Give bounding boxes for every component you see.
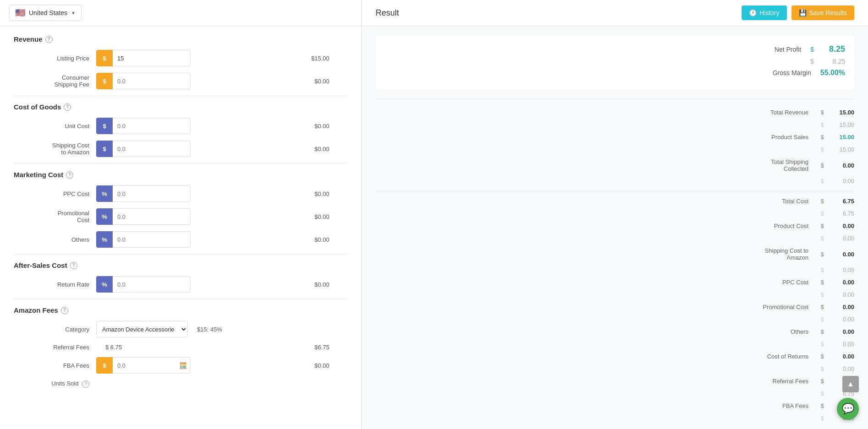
net-profit-secondary: 8.25 [818, 58, 845, 65]
product-cost-secondary: 0.00 [827, 235, 854, 242]
ppc-cost-input-group: % [96, 185, 191, 202]
consumer-shipping-input-group: $ [96, 73, 191, 89]
listing-price-input-group: $ [96, 50, 191, 66]
gross-margin-label: Gross Margin [385, 69, 820, 76]
country-flag-icon: 🇺🇸 [15, 8, 25, 18]
consumer-shipping-display: $0.00 [293, 78, 348, 85]
revenue-section-title: Revenue ? [14, 35, 348, 43]
ppc-cost-result-label: PPC Cost [376, 279, 818, 286]
net-profit-value: 8.25 [818, 44, 845, 54]
total-cost-row: Total Cost $ 6.75 [376, 195, 854, 207]
scroll-top-button[interactable]: ▲ [842, 376, 859, 392]
after-sales-help-icon[interactable]: ? [70, 262, 77, 269]
shipping-cost-amazon-result-row: Shipping Cost to Amazon $ 0.00 [376, 244, 854, 264]
fba-fees-label: FBA Fees [14, 362, 96, 369]
revenue-help-icon[interactable]: ? [45, 36, 53, 43]
return-rate-prefix: % [96, 276, 113, 293]
consumer-shipping-label: Consumer Shipping Fee [14, 74, 96, 88]
marketing-cost-help-icon[interactable]: ? [66, 171, 73, 179]
gross-margin-value: 55.00% [820, 69, 845, 77]
result-table: Total Revenue $ 15.00 $ 15.00 Product Sa… [376, 106, 854, 424]
promotional-cost-label: Promotional Cost [14, 210, 96, 223]
save-results-button[interactable]: 💾 Save Results [792, 5, 854, 20]
units-sold-row: Units Sold ? [14, 380, 348, 388]
country-selector[interactable]: 🇺🇸 United States ▼ [9, 5, 82, 21]
unit-cost-row: Unit Cost $ $0.00 [14, 118, 348, 134]
others-input[interactable] [113, 231, 191, 248]
category-display: $15: 45% [197, 326, 222, 333]
others-label: Others [14, 236, 96, 243]
fba-fees-input-group: $ 🧮 [96, 357, 191, 374]
cost-of-returns-label: Cost of Returns [376, 353, 818, 360]
ppc-cost-label: PPC Cost [14, 190, 96, 197]
unit-cost-label: Unit Cost [14, 123, 96, 130]
category-row: Category Amazon Device Accessorie $15: 4… [14, 321, 348, 337]
shipping-cost-amazon-input-group: $ [96, 141, 191, 157]
total-revenue-secondary: 15.00 [827, 121, 854, 128]
total-revenue-row: Total Revenue $ 15.00 [376, 106, 854, 119]
referral-fees-result-label: Referral Fees [376, 378, 818, 385]
promotional-cost-display: $0.00 [293, 213, 348, 220]
others-input-group: % [96, 231, 191, 248]
total-revenue-secondary-row: $ 15.00 [376, 119, 854, 131]
cost-of-returns-row: Cost of Returns $ 0.00 [376, 350, 854, 363]
units-sold-help-icon[interactable]: ? [82, 380, 89, 388]
ppc-cost-result-value: 0.00 [827, 279, 854, 286]
listing-price-prefix: $ [96, 50, 113, 66]
total-shipping-secondary: 0.00 [827, 178, 854, 185]
save-icon: 💾 [799, 9, 807, 16]
promotional-cost-input[interactable] [113, 208, 191, 225]
product-sales-label: Product Sales [376, 134, 818, 141]
history-button[interactable]: 🕐 History [742, 5, 787, 20]
product-cost-label: Product Cost [376, 223, 818, 229]
category-select[interactable]: Amazon Device Accessorie [96, 321, 188, 337]
return-rate-row: Return Rate % $0.00 [14, 276, 348, 293]
shipping-cost-amazon-label: Shipping Cost to Amazon [14, 142, 96, 156]
promotional-cost-result-value: 0.00 [827, 304, 854, 310]
total-revenue-value: 15.00 [827, 109, 854, 116]
ppc-cost-input[interactable] [113, 185, 191, 202]
total-shipping-row: Total Shipping Collected $ 0.00 [376, 156, 854, 175]
country-name: United States [29, 9, 67, 16]
amazon-fees-help-icon[interactable]: ? [61, 307, 68, 314]
listing-price-display: $15.00 [293, 55, 348, 62]
category-label: Category [14, 326, 96, 333]
return-rate-input[interactable] [113, 276, 191, 293]
fba-fees-display: $0.00 [293, 362, 348, 369]
total-shipping-label: Total Shipping Collected [376, 158, 818, 172]
net-profit-dollar: $ [810, 46, 814, 53]
ppc-cost-prefix: % [96, 185, 113, 202]
ppc-cost-display: $0.00 [293, 190, 348, 197]
referral-fees-label: Referral Fees [14, 344, 96, 351]
unit-cost-display: $0.00 [293, 123, 348, 130]
after-sales-section-title: After-Sales Cost ? [14, 261, 348, 269]
result-title: Result [376, 8, 399, 18]
return-rate-display: $0.00 [293, 281, 348, 288]
promotional-cost-row: Promotional Cost % $0.00 [14, 208, 348, 225]
unit-cost-prefix: $ [96, 118, 113, 134]
others-result-label: Others [376, 328, 818, 335]
total-revenue-label: Total Revenue [376, 109, 818, 116]
calculator-icon[interactable]: 🧮 [179, 362, 187, 369]
total-shipping-value: 0.00 [827, 162, 854, 169]
unit-cost-input[interactable] [113, 118, 191, 134]
referral-fees-result-row: Referral Fees $ 6.75 [376, 375, 854, 387]
listing-price-row: Listing Price $ $15.00 [14, 50, 348, 66]
cost-of-goods-help-icon[interactable]: ? [64, 103, 71, 111]
consumer-shipping-row: Consumer Shipping Fee $ $0.00 [14, 73, 348, 89]
total-cost-label: Total Cost [376, 198, 818, 205]
total-cost-value: 6.75 [827, 198, 854, 205]
chat-button[interactable]: 💬 [837, 398, 859, 420]
consumer-shipping-input[interactable] [113, 73, 191, 89]
shipping-cost-amazon-input[interactable] [113, 141, 191, 157]
shipping-cost-amazon-result-value: 0.00 [827, 251, 854, 258]
net-profit-dollar-secondary: $ [810, 58, 814, 65]
net-profit-section: Net Profit $ 8.25 $ 8.25 Gross Margin 55… [376, 35, 854, 90]
product-cost-value: 0.00 [827, 223, 854, 229]
total-cost-secondary: 6.75 [827, 210, 854, 217]
return-rate-label: Return Rate [14, 281, 96, 288]
ppc-cost-result-row: PPC Cost $ 0.00 [376, 276, 854, 288]
referral-fees-display: $6.75 [293, 344, 348, 351]
listing-price-input[interactable] [113, 50, 191, 66]
listing-price-label: Listing Price [14, 55, 96, 62]
